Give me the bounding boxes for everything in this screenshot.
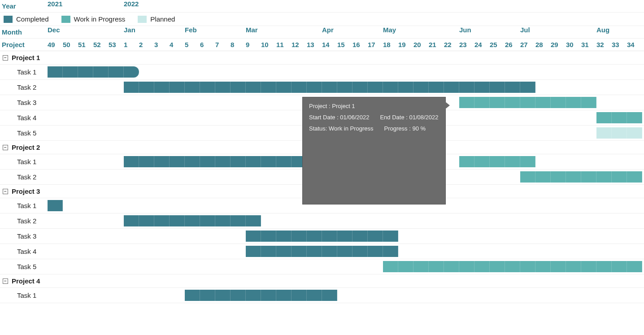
gantt-bar[interactable]	[124, 156, 322, 167]
gantt-bar[interactable]	[124, 82, 535, 93]
week-number: 15	[337, 41, 352, 48]
project-group-label: −Project 4	[0, 277, 644, 285]
legend-item: Work in Progress	[61, 15, 126, 23]
week-number: 13	[307, 41, 322, 48]
month-label: Mar	[246, 26, 258, 34]
tooltip-end-date: End Date : 01/08/2022	[380, 114, 438, 121]
week-number: 32	[596, 41, 612, 48]
week-number: 10	[261, 41, 276, 48]
project-name: Project 1	[12, 54, 40, 61]
project-header-label: Project	[0, 39, 48, 50]
week-number: 19	[398, 41, 413, 48]
gantt-bar[interactable]	[246, 246, 398, 257]
task-bar-area	[48, 229, 644, 244]
gantt-body: −Project 1Task 1Task 2Task 3Task 4Task 5…	[0, 51, 644, 303]
week-number: 7	[215, 41, 231, 48]
task-label: Task 3	[0, 95, 48, 110]
task-label: Task 1	[0, 288, 48, 303]
tooltip-arrow-icon	[445, 102, 450, 109]
week-number: 23	[459, 41, 474, 48]
gantt-bar[interactable]	[459, 97, 596, 108]
month-header-row: MonthDecJanFebMarAprMayJunJulAug	[0, 26, 644, 39]
gantt-bar[interactable]	[48, 66, 139, 78]
bar-ticks	[246, 231, 398, 242]
bar-ticks	[596, 127, 642, 139]
tooltip-project-line: Project : Project 1	[309, 103, 439, 109]
bar-ticks	[185, 290, 337, 301]
month-header-label: Month	[0, 27, 48, 37]
gantt-bar[interactable]	[124, 215, 261, 226]
week-number: 33	[612, 41, 627, 48]
project-name: Project 2	[12, 144, 40, 151]
task-label: Task 2	[0, 213, 48, 228]
bar-ticks	[459, 156, 535, 167]
task-label: Task 5	[0, 259, 48, 274]
gantt-bar[interactable]	[459, 156, 535, 167]
week-number: 29	[551, 41, 566, 48]
bar-ticks	[246, 246, 398, 257]
week-number: 3	[154, 41, 170, 48]
week-number: 50	[63, 41, 78, 48]
week-number: 21	[429, 41, 444, 48]
week-number: 12	[292, 41, 307, 48]
week-number: 14	[322, 41, 337, 48]
week-header-row: Project495051525312345678910111213141516…	[0, 39, 644, 51]
bar-ticks	[520, 171, 642, 183]
week-number: 2	[139, 41, 154, 48]
task-row: Task 2	[0, 80, 644, 95]
month-label: Apr	[322, 26, 334, 34]
week-number: 17	[368, 41, 383, 48]
project-name: Project 3	[12, 187, 40, 195]
gantt-bar[interactable]	[520, 171, 642, 183]
gantt-bar[interactable]	[185, 290, 337, 301]
week-number: 26	[505, 41, 520, 48]
week-number: 49	[48, 41, 63, 48]
gantt-tooltip: Project : Project 1Start Date : 01/06/20…	[302, 97, 446, 204]
collapse-icon[interactable]: −	[3, 145, 8, 150]
task-row: Task 5	[0, 259, 644, 274]
task-label: Task 2	[0, 80, 48, 95]
task-row: Task 1	[0, 288, 644, 303]
gantt-bar[interactable]	[383, 261, 642, 272]
month-label: Aug	[596, 26, 609, 34]
collapse-icon[interactable]: −	[3, 55, 8, 61]
week-number: 25	[490, 41, 505, 48]
year-header-row: Year20212022	[0, 0, 644, 13]
tooltip-start-date: Start Date : 01/06/2022	[309, 114, 369, 121]
legend-swatch	[138, 16, 147, 23]
bar-ticks	[124, 215, 261, 226]
year-timeline: 20212022	[48, 0, 644, 13]
week-number: 31	[581, 41, 596, 48]
project-group-label: −Project 1	[0, 54, 644, 61]
gantt-bar[interactable]	[246, 231, 398, 242]
month-label: May	[383, 26, 396, 34]
gantt-bar[interactable]	[48, 200, 63, 211]
task-label: Task 3	[0, 229, 48, 244]
bar-ticks	[124, 156, 322, 167]
task-label: Task 4	[0, 244, 48, 259]
bar-ticks	[124, 82, 535, 93]
legend-label: Planned	[150, 15, 175, 23]
gantt-bar[interactable]	[596, 112, 642, 123]
month-label: Jun	[459, 26, 471, 34]
year-header-label: Year	[0, 1, 48, 11]
tooltip-status: Status: Work in Progress	[309, 125, 374, 132]
task-row: Task 4	[0, 244, 644, 259]
task-bar-area	[48, 244, 644, 259]
tooltip-dates-line: Start Date : 01/06/2022End Date : 01/08/…	[309, 114, 439, 121]
week-number: 18	[383, 41, 398, 48]
legend-item: Completed	[4, 15, 49, 23]
bar-ticks	[383, 261, 642, 272]
legend-row: CompletedWork in ProgressPlanned	[0, 13, 644, 26]
gantt-bar[interactable]	[596, 127, 642, 139]
collapse-icon[interactable]: −	[3, 278, 8, 284]
collapse-icon[interactable]: −	[3, 189, 8, 194]
week-number: 52	[93, 41, 109, 48]
year-label: 2021	[48, 0, 62, 8]
week-number: 6	[200, 41, 215, 48]
week-number: 9	[246, 41, 261, 48]
project-name: Project 4	[12, 277, 40, 285]
bar-ticks	[48, 66, 139, 78]
week-number: 16	[352, 41, 368, 48]
week-number: 27	[520, 41, 535, 48]
